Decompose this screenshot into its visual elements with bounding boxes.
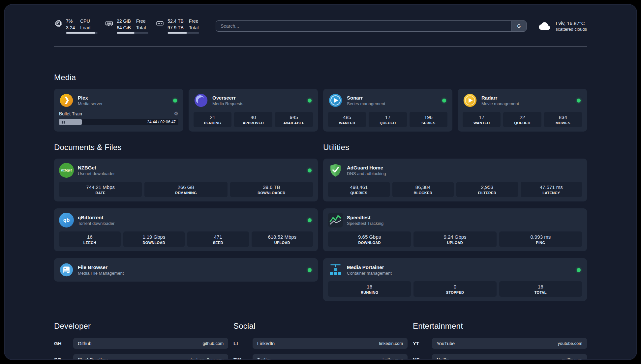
app-card-speedtest[interactable]: Speedtest Speedtest Tracking 9.65 Gbps D…	[323, 208, 587, 251]
app-card-sonarr[interactable]: Sonarr Series management 485 WANTED 17 Q…	[323, 89, 452, 132]
adguard-icon	[328, 163, 343, 178]
stat-label: RUNNING	[330, 290, 409, 294]
app-name: Speedtest	[347, 215, 582, 220]
search-provider-button[interactable]: G	[511, 21, 526, 31]
disk-free-value: 52.4 TB	[168, 18, 184, 24]
divider	[54, 46, 587, 46]
link-abbr: NF	[413, 357, 432, 360]
status-dot	[308, 168, 312, 172]
link-row-stackoverflow: SO StackOverflow stackoverflow.com	[54, 354, 228, 360]
link-row-netflix: NF Netflix netflix.com	[413, 354, 587, 360]
app-subtitle: Media File Management	[78, 271, 304, 276]
app-card-overseerr[interactable]: Overseerr Media Requests 21 PENDING 40 A…	[189, 89, 318, 132]
stat-blocked: 86,384 BLOCKED	[392, 182, 454, 197]
section-title-utilities: Utilities	[323, 143, 587, 152]
stat-value: 266 GB	[146, 184, 225, 190]
app-card-portainer[interactable]: Media Portainer Container management 16 …	[323, 258, 587, 301]
link-row-twitter: TW Twitter twitter.com	[233, 354, 408, 360]
disk-total-value: 97.9 TB	[168, 25, 184, 31]
section-title-documents: Documents & Files	[54, 143, 318, 152]
stat-leech: 16 LEECH	[59, 231, 121, 247]
sonarr-icon	[328, 93, 343, 108]
app-card-qbittorrent[interactable]: qb qBittorrent Torrent downloader 16 LEE…	[54, 208, 318, 251]
stat-value: 0.993 ms	[501, 234, 580, 240]
link-row-linkedin: LI LinkedIn linkedin.com	[233, 338, 408, 349]
search-input[interactable]	[216, 21, 511, 31]
stat-value: 16	[330, 284, 409, 289]
stat-label: QUEUED	[371, 121, 405, 125]
app-name: File Browser	[78, 264, 304, 270]
link-abbr: YT	[413, 341, 432, 346]
search-bar: G	[216, 20, 527, 32]
link-stackoverflow[interactable]: StackOverflow stackoverflow.com	[73, 354, 228, 360]
disk-widget: 52.4 TB 97.9 TB Free Total	[156, 18, 199, 34]
stat-seed: 471 SEED	[187, 231, 249, 247]
link-abbr: SO	[54, 357, 73, 360]
stat-value: 471	[189, 234, 247, 240]
stat-value: 498,461	[330, 184, 388, 190]
app-name: Overseerr	[212, 95, 304, 101]
playback-progress-bar[interactable]: 24:44 / 02:06:47	[59, 119, 178, 125]
stat-upload: 618.52 Mbps UPLOAD	[252, 231, 313, 247]
nzbget-icon: nzbget	[59, 163, 74, 178]
stat-remaining: 266 GB REMAINING	[144, 182, 227, 197]
stat-rate: 744.21 Mbps RATE	[59, 182, 142, 197]
stat-value: 16	[61, 234, 119, 240]
stat-total: 16 TOTAL	[499, 281, 582, 297]
stat-value: 485	[330, 114, 364, 120]
app-name: Sonarr	[347, 95, 438, 101]
stat-label: STOPPED	[415, 290, 494, 294]
stat-download: 9.65 Gbps DOWNLOAD	[328, 231, 411, 247]
app-card-adguard[interactable]: AdGuard Home DNS and adblocking 498,461 …	[323, 159, 587, 201]
stat-queued: 17 QUEUED	[369, 112, 407, 127]
stat-label: WANTED	[330, 121, 364, 125]
link-name: Twitter	[257, 357, 271, 360]
app-subtitle: DNS and adblocking	[347, 171, 582, 176]
section-title-media: Media	[54, 73, 587, 82]
link-abbr: TW	[233, 357, 253, 360]
app-subtitle: Container management	[347, 271, 573, 276]
ram-total-label: Total	[136, 25, 146, 31]
link-url: github.com	[202, 341, 224, 346]
settings-gear-icon[interactable]: ⚙	[174, 111, 178, 116]
stat-value: 618.52 Mbps	[254, 234, 311, 240]
stat-label: MOVIES	[546, 121, 580, 125]
link-netflix[interactable]: Netflix netflix.com	[432, 354, 587, 360]
stat-label: BLOCKED	[394, 191, 452, 195]
stat-wanted: 485 WANTED	[328, 112, 366, 127]
app-name: NZBGet	[78, 165, 304, 170]
app-subtitle: Media server	[78, 101, 169, 106]
link-linkedin[interactable]: LinkedIn linkedin.com	[253, 338, 408, 349]
app-card-nzbget[interactable]: nzbget NZBGet Usenet downloader 744.21 M…	[54, 159, 318, 201]
pause-icon[interactable]	[62, 121, 65, 124]
stat-latency: 47.571 ms LATENCY	[521, 182, 582, 197]
disk-usage-bar	[168, 32, 199, 34]
link-url: netflix.com	[562, 357, 582, 360]
app-card-plex[interactable]: Plex Media server Bullet Train ⚙ 24:44 /…	[54, 89, 183, 132]
now-playing-title: Bullet Train	[59, 111, 174, 116]
link-name: YouTube	[437, 341, 455, 346]
cpu-load-label: Load	[80, 25, 90, 31]
stat-label: QUERIES	[330, 191, 388, 195]
stat-downloaded: 39.6 TB DOWNLOADED	[230, 182, 313, 197]
playback-time: 24:44 / 02:06:47	[147, 119, 176, 125]
stat-label: PING	[501, 241, 580, 245]
stat-upload: 9.24 Gbps UPLOAD	[413, 231, 496, 247]
app-name: Radarr	[481, 95, 573, 101]
stat-label: LEECH	[61, 241, 119, 245]
stat-filtered: 2,953 FILTERED	[456, 182, 518, 197]
link-abbr: GH	[54, 341, 73, 346]
app-card-radarr[interactable]: Radarr Movie management 17 WANTED 22 QUE…	[458, 89, 587, 132]
link-abbr: LI	[233, 341, 253, 346]
app-subtitle: Torrent downloader	[78, 221, 304, 226]
stat-label: TOTAL	[501, 290, 580, 294]
link-github[interactable]: Github github.com	[73, 338, 228, 349]
speedtest-icon	[328, 213, 343, 228]
stat-label: WANTED	[465, 121, 499, 125]
link-name: Github	[78, 341, 91, 346]
cloud-icon	[538, 19, 552, 33]
section-title-social: Social	[233, 321, 408, 331]
app-card-filebrowser[interactable]: File Browser Media File Management	[54, 258, 318, 282]
link-twitter[interactable]: Twitter twitter.com	[253, 354, 408, 360]
link-youtube[interactable]: YouTube youtube.com	[432, 338, 587, 349]
